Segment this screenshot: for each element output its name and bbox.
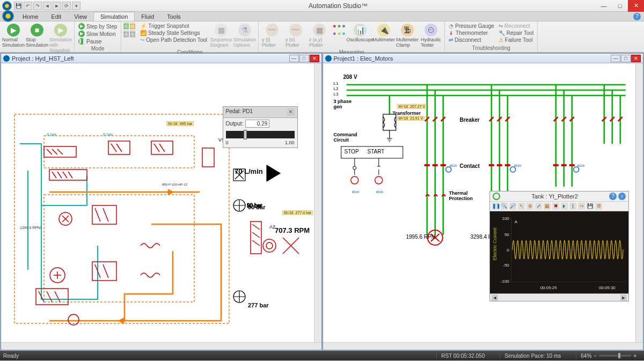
hyd-tester-button[interactable]: ⏲Hydraulic Tester xyxy=(420,23,442,49)
repair-button[interactable]: 🔧Repair Tool xyxy=(497,30,535,36)
stop-sim-button[interactable]: ■Stop Simulation xyxy=(26,23,48,54)
help-icon[interactable]: ? xyxy=(633,13,641,20)
qat-other-icon[interactable]: ▾ xyxy=(72,2,80,10)
plotter-window[interactable]: Tank : Yt_Plotter2 ?› ❚❚ 🔍 🔎 ↖ ⊕ ⤢ ▦ ✖ ⏵… xyxy=(489,191,629,301)
probe-icon-5[interactable]: ● xyxy=(338,30,341,36)
l3: L3 xyxy=(334,92,339,97)
multimeter-button[interactable]: 🔌Multimeter xyxy=(372,23,395,49)
qat-refresh-icon[interactable]: ⟳ xyxy=(62,2,71,10)
minimize-button[interactable]: — xyxy=(596,0,612,12)
plotter-play-icon[interactable]: ⏵ xyxy=(561,203,568,210)
plotter-export-icon[interactable]: ↪ xyxy=(578,203,585,210)
pedal-slider[interactable] xyxy=(226,131,295,138)
steady-state-button[interactable]: 📶Steady State Settings xyxy=(138,30,209,36)
plotter-help-icon[interactable]: ? xyxy=(609,193,617,200)
zoom-minus-icon[interactable]: − xyxy=(594,353,597,359)
elec-canvas[interactable]: 802980298029 80298029 208 V L1 L2 L3 3 p… xyxy=(323,63,636,342)
plotter-scrollbar[interactable]: ◄ ► xyxy=(490,293,628,301)
tab-tools[interactable]: Tools xyxy=(160,12,187,21)
qat-undo-icon[interactable]: ↶ xyxy=(24,2,32,10)
brk-label: Breaker xyxy=(460,117,480,123)
plotter-zoomin-icon[interactable]: 🔍 xyxy=(501,203,508,210)
cond-icon-4[interactable]: ⬚ xyxy=(130,31,135,38)
plotter-mark-icon[interactable]: ⊕ xyxy=(526,203,533,210)
hyd-scroll-h[interactable] xyxy=(1,342,321,350)
maximize-button[interactable]: □ xyxy=(612,0,628,12)
zxy-plotter-button[interactable]: ▦z (x,y) Plotter xyxy=(308,23,331,49)
tab-view[interactable]: View xyxy=(68,12,93,21)
svg-point-29 xyxy=(350,176,358,184)
qat-save-icon[interactable]: 💾 xyxy=(14,2,23,10)
trigger-snapshot-button[interactable]: ⚡Trigger Snapshot xyxy=(138,23,209,30)
panel-elec-titlebar[interactable]: Project1 : Elec_Motors — □ ✕ xyxy=(323,54,643,63)
cond-icon-3[interactable]: ⬚ xyxy=(123,31,129,38)
svg-text:50: 50 xyxy=(504,232,509,237)
plotter-stop-icon[interactable]: ✖ xyxy=(552,203,559,210)
panel-close-button[interactable]: ✕ xyxy=(310,55,319,62)
disconnect-button[interactable]: ⇄Disconnect xyxy=(447,36,496,43)
probe-icon-6[interactable]: ● xyxy=(342,30,346,36)
sim-options-button[interactable]: ⚗Simulation Options xyxy=(233,23,256,49)
seq-diagram-button[interactable]: ▦Sequence Diagram xyxy=(210,23,232,49)
pressure-gauge-button[interactable]: ◔Pressure Gauge xyxy=(447,23,496,30)
probe-icon-4[interactable]: ● xyxy=(333,30,336,36)
probe-icon-3[interactable]: ● xyxy=(342,23,346,29)
tab-edit[interactable]: Edit xyxy=(45,12,68,21)
elec-scroll-v[interactable] xyxy=(635,63,643,342)
pedal-close-icon[interactable]: × xyxy=(287,108,295,116)
reconnect-button[interactable]: ⇆Reconnect xyxy=(497,23,535,30)
failure-button[interactable]: ⚠Failure Tool xyxy=(497,36,535,43)
qat-back-icon[interactable]: ◄ xyxy=(43,2,52,10)
status-zoom[interactable]: 64% − + xyxy=(576,353,641,359)
panel-min-button[interactable]: — xyxy=(289,55,299,62)
plot-sb-right-icon[interactable]: ► xyxy=(620,294,627,301)
panel-max-button[interactable]: □ xyxy=(299,55,309,62)
file-menu-icon[interactable] xyxy=(2,10,14,22)
zoom-slider[interactable] xyxy=(599,355,631,357)
step-button[interactable]: ▶Step by Step xyxy=(77,23,119,30)
slowmo-button[interactable]: ▶Slow Motion xyxy=(77,30,119,38)
zoom-plus-icon[interactable]: + xyxy=(633,353,636,359)
plotter-next-icon[interactable]: › xyxy=(618,193,626,200)
pedal-widget[interactable]: Pedal: PD1× Output:0.29 01.00 xyxy=(223,106,298,148)
hyd-scroll-v[interactable] xyxy=(314,63,321,342)
probe-icon-1[interactable]: ● xyxy=(333,23,336,29)
pause-button[interactable]: ❚❚Pause xyxy=(77,38,119,45)
probe-icon-2[interactable]: ● xyxy=(338,23,341,29)
cond-icon-2[interactable]: ⬚ xyxy=(130,23,135,30)
thermometer-button[interactable]: 🌡Thermometer xyxy=(447,30,496,36)
app-title: Automation Studio™ xyxy=(80,2,596,10)
plotter-config-icon[interactable]: ⚙ xyxy=(595,203,602,210)
plotter-grid-icon[interactable]: ▦ xyxy=(544,203,551,210)
plotter-zoomout-icon[interactable]: 🔎 xyxy=(509,203,516,210)
panel-min-button[interactable]: — xyxy=(611,55,620,62)
reconnect-icon: ⇆ xyxy=(499,23,503,29)
yt-plotter-button[interactable]: 〰y (t) Plotter xyxy=(261,23,283,49)
yx-plotter-button[interactable]: 〰y (x) Plotter xyxy=(284,23,307,49)
thermo-icon: 🌡 xyxy=(449,30,454,36)
cond-icon-1[interactable]: ⬚ xyxy=(123,23,129,30)
sim-snapshot-button[interactable]: ▶Simulation with Snapshot xyxy=(49,23,72,54)
plotter-cursor-icon[interactable]: ↖ xyxy=(518,203,525,210)
plotter-save-icon[interactable]: 💾 xyxy=(587,203,594,210)
tab-fluid[interactable]: Fluid xyxy=(135,12,160,21)
plot-sb-left-icon[interactable]: ◄ xyxy=(492,294,498,301)
normal-sim-button[interactable]: ▶Normal Simulation xyxy=(2,23,25,54)
plotter-power-icon[interactable] xyxy=(493,193,500,200)
panel-close-button[interactable]: ✕ xyxy=(631,55,641,62)
tab-simulation[interactable]: Simulation xyxy=(93,12,135,21)
qat-redo-icon[interactable]: ↷ xyxy=(33,2,42,10)
close-button[interactable]: ✕ xyxy=(628,0,644,12)
panel-hyd-titlebar[interactable]: Project : Hyd_HST_Left — □ ✕ xyxy=(1,54,321,63)
open-path-button[interactable]: ⤳Open Path Detection Tool xyxy=(138,36,209,43)
mm-clamp-button[interactable]: 🗜Multimeter Clamp xyxy=(396,23,419,49)
panel-max-button[interactable]: □ xyxy=(621,55,631,62)
plotter-pause-icon[interactable]: ❚❚ xyxy=(492,203,499,210)
tab-home[interactable]: Home xyxy=(16,12,45,21)
hyd-canvas[interactable]: 90 bar 70 L/min 90 bar 277 bar 707.3 RPM… xyxy=(1,63,314,342)
pedal-value[interactable]: 0.29 xyxy=(245,120,269,128)
plotter-fit-icon[interactable]: ⤢ xyxy=(535,203,542,210)
oscilloscope-button[interactable]: 📊Oscilloscope xyxy=(349,23,371,49)
elec-scroll-h[interactable] xyxy=(323,342,643,350)
qat-fwd-icon[interactable]: ► xyxy=(53,2,61,10)
